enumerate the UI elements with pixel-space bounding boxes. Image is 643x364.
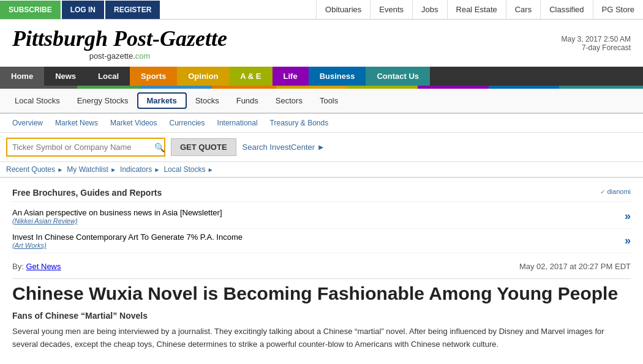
arrow-icon: ► <box>208 166 214 173</box>
brochures-title: Free Brochures, Guides and Reports <box>12 188 162 198</box>
domain-com: com <box>135 51 151 61</box>
arrow-right-icon: ► <box>317 143 325 152</box>
brochure-text-area: An Asian perspective on business news in… <box>12 208 222 225</box>
subnav-tools[interactable]: Tools <box>311 94 347 108</box>
top-nav-cars[interactable]: Cars <box>506 0 540 19</box>
logo-title: Pittsburgh Post-Gazette <box>12 26 227 51</box>
subnav-funds[interactable]: Funds <box>228 94 267 108</box>
top-nav-events[interactable]: Events <box>370 0 412 19</box>
secondnav-overview[interactable]: Overview <box>6 117 49 129</box>
quicklink-mywatchlist[interactable]: My Watchlist ► <box>67 165 116 174</box>
quicklink-localstocks[interactable]: Local Stocks ► <box>164 165 213 174</box>
divider <box>12 278 631 279</box>
article-meta: By: Get News May 02, 2017 at 20:27 PM ED… <box>12 253 631 275</box>
dianomi-logo: ✓ dianomi <box>600 188 631 195</box>
subscribe-button[interactable]: SUBSCRIBE <box>0 1 61 19</box>
article-title: Chinese Wuxia Novel is Becoming Fashiona… <box>12 283 631 311</box>
second-nav: Overview Market News Market Videos Curre… <box>0 114 643 133</box>
secondnav-international[interactable]: International <box>211 117 264 129</box>
nav-business[interactable]: Business <box>309 67 366 86</box>
top-nav-classified[interactable]: Classified <box>540 0 592 19</box>
search-icon: 🔍 <box>154 143 165 152</box>
nav-local[interactable]: Local <box>87 67 130 86</box>
content-area: Free Brochures, Guides and Reports ✓ dia… <box>0 178 643 357</box>
logo-area: Pittsburgh Post-Gazette post-gazette.com <box>12 26 227 61</box>
register-button[interactable]: REGISTER <box>105 1 160 19</box>
nav-news[interactable]: News <box>44 67 87 86</box>
nav-home[interactable]: Home <box>0 67 44 86</box>
arrow-icon: ► <box>154 166 160 173</box>
quicklink-recentquotes[interactable]: Recent Quotes ► <box>6 165 63 174</box>
article-body: Several young men are being interviewed … <box>12 325 631 351</box>
article-author-link[interactable]: Get News <box>26 262 61 271</box>
arrow-icon: ► <box>110 166 116 173</box>
subnav-markets[interactable]: Markets <box>137 92 187 109</box>
top-nav-obituaries[interactable]: Obituaries <box>316 0 370 19</box>
login-button[interactable]: LOG IN <box>62 1 104 19</box>
subnav-sectors[interactable]: Sectors <box>267 94 311 108</box>
header-forecast[interactable]: 7-day Forecast <box>562 43 631 52</box>
brochure-arrow-2[interactable]: » <box>625 234 631 247</box>
nav-opinion[interactable]: Opinion <box>177 67 229 86</box>
quote-input[interactable] <box>6 138 165 157</box>
top-bar-left: SUBSCRIBE LOG IN REGISTER <box>0 1 160 19</box>
top-nav-jobs[interactable]: Jobs <box>412 0 446 19</box>
brochure-text-1: An Asian perspective on business news in… <box>12 208 222 217</box>
main-nav: Home News Local Sports Opinion A & E Lif… <box>0 67 643 86</box>
nav-sports[interactable]: Sports <box>130 67 177 86</box>
subnav-energystocks[interactable]: Energy Stocks <box>69 94 137 108</box>
domain-text: post-gazette. <box>89 51 135 61</box>
article-by-label: By: <box>12 262 24 271</box>
article-subtitle: Fans of Chinese “Martial” Novels <box>12 311 631 325</box>
search-investcenter-link[interactable]: Search InvestCenter ► <box>243 143 325 152</box>
header: Pittsburgh Post-Gazette post-gazette.com… <box>0 20 643 67</box>
brochure-text-area: Invest In Chinese Contemporary Art To Ge… <box>12 232 243 249</box>
top-bar: SUBSCRIBE LOG IN REGISTER Obituaries Eve… <box>0 0 643 20</box>
brochures-header: Free Brochures, Guides and Reports ✓ dia… <box>12 184 631 202</box>
brochure-item: Invest In Chinese Contemporary Art To Ge… <box>12 229 631 253</box>
nav-life[interactable]: Life <box>273 67 309 86</box>
quicklink-indicators[interactable]: Indicators ► <box>120 165 160 174</box>
subnav-stocks[interactable]: Stocks <box>187 94 228 108</box>
subnav-localstocks[interactable]: Local Stocks <box>6 94 69 108</box>
header-date-area: May 3, 2017 2:50 AM 7-day Forecast <box>562 35 631 52</box>
sub-nav: Local Stocks Energy Stocks Markets Stock… <box>0 89 643 114</box>
brochure-source-1[interactable]: (Nikkei Asian Review) <box>12 217 222 225</box>
secondnav-marketnews[interactable]: Market News <box>49 117 104 129</box>
search-investcenter-label: Search InvestCenter <box>243 143 315 152</box>
nav-contact[interactable]: Contact Us <box>366 67 430 86</box>
brochure-text-2: Invest In Chinese Contemporary Art To Ge… <box>12 232 243 242</box>
top-nav-realestate[interactable]: Real Estate <box>447 0 506 19</box>
brochure-item: An Asian perspective on business news in… <box>12 204 631 229</box>
secondnav-marketvideos[interactable]: Market Videos <box>104 117 163 129</box>
header-date: May 3, 2017 2:50 AM <box>562 35 631 43</box>
secondnav-currencies[interactable]: Currencies <box>164 117 211 129</box>
secondnav-treasury[interactable]: Treasury & Bonds <box>264 117 335 129</box>
top-nav-pgstore[interactable]: PG Store <box>593 0 643 19</box>
brochure-arrow-1[interactable]: » <box>625 210 631 223</box>
arrow-icon: ► <box>57 166 63 173</box>
quick-links: Recent Quotes ► My Watchlist ► Indicator… <box>0 162 643 178</box>
nav-ae[interactable]: A & E <box>229 67 272 86</box>
get-quote-button[interactable]: GET QUOTE <box>171 138 236 156</box>
quote-area: 🔍 GET QUOTE Search InvestCenter ► <box>0 133 643 162</box>
logo-domain: post-gazette.com <box>12 51 227 61</box>
brochure-source-2[interactable]: (Art Works) <box>12 242 243 249</box>
article-date: May 02, 2017 at 20:27 PM EDT <box>519 262 631 271</box>
article-byline: By: Get News <box>12 262 61 271</box>
top-nav: Obituaries Events Jobs Real Estate Cars … <box>160 0 643 19</box>
